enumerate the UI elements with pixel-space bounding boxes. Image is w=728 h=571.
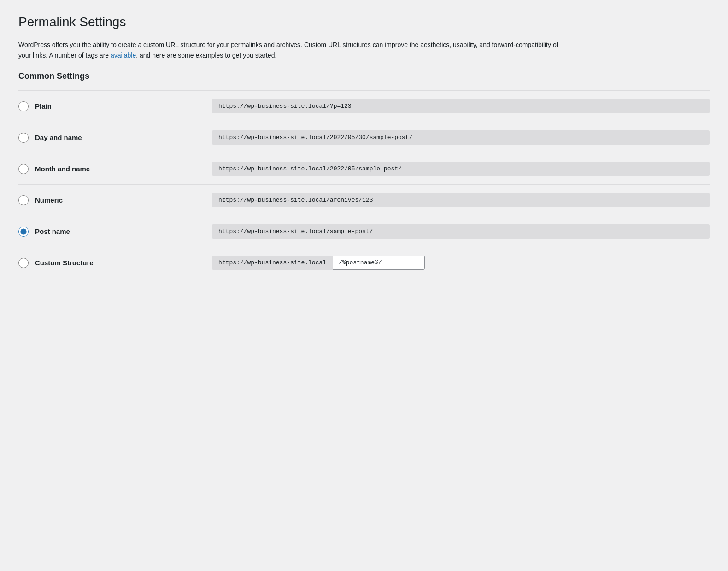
label-numeric[interactable]: Numeric [35,196,63,204]
common-settings-heading: Common Settings [18,71,710,81]
radio-post-name[interactable] [18,227,29,237]
custom-structure-input[interactable] [333,256,425,270]
url-display-day-name: https://wp-business-site.local/2022/05/3… [212,130,710,145]
option-row-post-name: Post namehttps://wp-business-site.local/… [18,216,710,247]
url-display-month-name: https://wp-business-site.local/2022/05/s… [212,162,710,176]
option-row-numeric: Numerichttps://wp-business-site.local/ar… [18,184,710,216]
page-title: Permalink Settings [18,14,710,30]
permalink-options: Plainhttps://wp-business-site.local/?p=1… [18,90,710,278]
label-day-name[interactable]: Day and name [35,134,82,141]
radio-month-name[interactable] [18,164,29,174]
option-row-month-name: Month and namehttps://wp-business-site.l… [18,153,710,184]
radio-day-name[interactable] [18,133,29,143]
label-custom[interactable]: Custom Structure [35,259,94,267]
label-month-name[interactable]: Month and name [35,165,90,173]
url-display-numeric: https://wp-business-site.local/archives/… [212,193,710,207]
radio-custom[interactable] [18,258,29,268]
available-tags-link[interactable]: available [111,52,136,59]
url-display-plain: https://wp-business-site.local/?p=123 [212,99,710,113]
label-plain[interactable]: Plain [35,102,52,110]
option-row-day-name: Day and namehttps://wp-business-site.loc… [18,122,710,153]
page-description: WordPress offers you the ability to crea… [18,40,571,60]
option-row-custom: Custom Structurehttps://wp-business-site… [18,247,710,278]
option-row-plain: Plainhttps://wp-business-site.local/?p=1… [18,90,710,122]
custom-structure-inputs: https://wp-business-site.local [212,256,710,270]
url-display-post-name: https://wp-business-site.local/sample-po… [212,224,710,239]
radio-numeric[interactable] [18,195,29,205]
radio-plain[interactable] [18,101,29,111]
label-post-name[interactable]: Post name [35,227,70,235]
custom-url-base: https://wp-business-site.local [212,256,333,270]
